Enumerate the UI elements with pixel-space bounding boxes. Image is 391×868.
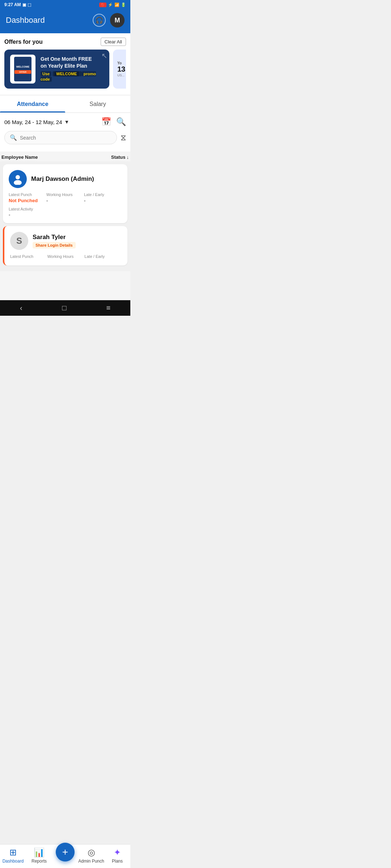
stat-latest-punch: Latest Punch Not Punched	[9, 192, 46, 203]
date-row: 06 May, 24 - 12 May, 24 ▼ 📅 🔍	[4, 117, 126, 127]
cast-icon: ⬚	[28, 3, 31, 7]
employee-card[interactable]: S Sarah Tyler Share Login Details Latest…	[3, 226, 127, 265]
status-bar: 9:27 AM ▣ ⬚ 🔴 ⚡ 📶 🔋	[0, 0, 130, 9]
card-stats: Latest Punch Working Hours Late / Early	[10, 254, 122, 260]
late-early-label: Late / Early	[84, 254, 122, 259]
search-inner-icon: 🔍	[10, 134, 17, 141]
page-title: Dashboard	[6, 16, 45, 25]
sort-icon: ↓	[127, 154, 129, 160]
column-status-header: Status ↓	[111, 154, 129, 160]
clear-all-button[interactable]: Clear All	[101, 38, 126, 46]
offer-card-secondary[interactable]: Yo 13 US...	[113, 50, 126, 89]
search-box[interactable]: 🔍	[4, 131, 117, 144]
offer-text-content: Get One Month FREE on Yearly Elite Plan …	[41, 56, 104, 82]
employee-card[interactable]: Marj Dawson (Admin) Latest Punch Not Pun…	[3, 164, 127, 223]
working-hours-value: -	[46, 198, 84, 203]
attendance-content: 06 May, 24 - 12 May, 24 ▼ 📅 🔍 🔍 ⧖	[0, 113, 130, 152]
latest-punch-label: Latest Punch	[9, 192, 46, 197]
date-range-display: 06 May, 24 - 12 May, 24	[4, 119, 62, 125]
employee-info: Marj Dawson (Admin)	[31, 175, 94, 183]
search-input[interactable]	[20, 135, 112, 141]
tab-salary[interactable]: Salary	[65, 96, 130, 112]
stat-late-early: Late / Early	[84, 254, 122, 260]
avatar-letter: S	[16, 236, 22, 246]
status-right: 🔴 ⚡ 📶 🔋	[99, 3, 126, 7]
home-button[interactable]: □	[62, 304, 66, 312]
avatar-initial: M	[115, 17, 120, 24]
cursor-icon: ↖	[101, 51, 108, 60]
phone-screen: WELCOME OFFER	[14, 57, 31, 81]
main-content: Offers for you Clear All WELCOME OFFER G…	[0, 33, 130, 300]
menu-button[interactable]: ≡	[106, 304, 110, 312]
offer-promo-text: Use WELCOME promo code	[41, 71, 104, 82]
activity-label: Latest Activity	[9, 207, 122, 211]
calendar-icon[interactable]: 📅	[101, 117, 111, 127]
date-actions: 📅 🔍	[101, 117, 126, 127]
bluetooth-icon: ⚡	[108, 3, 113, 7]
secondary-offer-subtitle: US...	[117, 73, 126, 77]
card-stats: Latest Punch Not Punched Working Hours -…	[9, 192, 122, 203]
stat-late-early: Late / Early -	[84, 192, 122, 203]
card-activity: Latest Activity -	[9, 207, 122, 217]
welcome-badge: WELCOME	[14, 64, 31, 69]
offer-main-text: Get One Month FREE on Yearly Elite Plan	[41, 56, 104, 69]
battery-level-icon: 🔋	[121, 3, 126, 7]
status-left: 9:27 AM ▣ ⬚	[4, 2, 31, 7]
back-button[interactable]: ‹	[20, 304, 22, 312]
chevron-down-icon: ▼	[64, 119, 70, 125]
bottom-spacer	[0, 271, 130, 300]
header-icons: 🎧 M	[93, 13, 125, 27]
employee-name: Marj Dawson (Admin)	[31, 175, 94, 183]
headset-icon[interactable]: 🎧	[93, 14, 106, 27]
employee-cards: Marj Dawson (Admin) Latest Punch Not Pun…	[0, 161, 130, 271]
share-badge: Share Login Details	[33, 242, 76, 248]
offers-header: Offers for you Clear All	[4, 38, 126, 46]
tabs: Attendance Salary	[0, 96, 130, 113]
column-name-header: Employee Name	[1, 154, 38, 160]
offer-phone-image: WELCOME OFFER	[10, 55, 35, 84]
promo-code: WELCOME	[52, 71, 82, 76]
latest-punch-label: Latest Punch	[10, 254, 47, 259]
avatar: S	[10, 232, 28, 250]
sim-icon: ▣	[22, 3, 26, 7]
search-icon[interactable]: 🔍	[116, 117, 126, 127]
employee-name: Sarah Tyler	[33, 234, 76, 241]
secondary-offer-title: Yo	[117, 61, 126, 65]
working-hours-label: Working Hours	[47, 254, 85, 259]
offer-badge: OFFER	[14, 70, 31, 74]
stat-working-hours: Working Hours -	[46, 192, 84, 203]
offers-section: Offers for you Clear All WELCOME OFFER G…	[0, 33, 130, 94]
avatar	[9, 170, 27, 188]
working-hours-label: Working Hours	[46, 192, 84, 197]
app-header: Dashboard 🎧 M	[0, 9, 130, 33]
wifi-icon: 📶	[114, 3, 119, 7]
secondary-offer-number: 13	[117, 65, 126, 73]
time-display: 9:27 AM	[4, 2, 21, 7]
tab-attendance[interactable]: Attendance	[0, 96, 65, 112]
date-selector[interactable]: 06 May, 24 - 12 May, 24 ▼	[4, 119, 69, 125]
table-header: Employee Name Status ↓	[0, 152, 130, 161]
late-early-label: Late / Early	[84, 192, 122, 197]
activity-value: -	[9, 212, 122, 217]
latest-punch-value: Not Punched	[9, 198, 46, 203]
card-header: Marj Dawson (Admin)	[9, 170, 122, 188]
employee-info: Sarah Tyler Share Login Details	[33, 234, 76, 248]
android-nav-bar: ‹ □ ≡	[0, 300, 130, 316]
late-early-value: -	[84, 198, 122, 203]
svg-point-0	[16, 175, 20, 179]
stat-latest-punch: Latest Punch	[10, 254, 47, 260]
card-header: S Sarah Tyler Share Login Details	[10, 232, 122, 250]
offers-title: Offers for you	[4, 39, 43, 45]
battery-icon: 🔴	[99, 3, 106, 7]
svg-point-1	[14, 180, 22, 185]
promo-prefix: Use	[41, 71, 51, 76]
offers-scroll[interactable]: WELCOME OFFER Get One Month FREE on Year…	[4, 50, 126, 89]
stat-working-hours: Working Hours	[47, 254, 85, 260]
search-row: 🔍 ⧖	[4, 131, 126, 144]
filter-icon[interactable]: ⧖	[121, 133, 126, 142]
offer-card-main[interactable]: WELCOME OFFER Get One Month FREE on Year…	[4, 50, 109, 89]
avatar[interactable]: M	[110, 13, 125, 27]
